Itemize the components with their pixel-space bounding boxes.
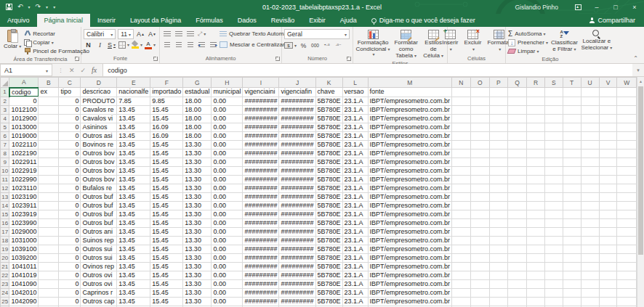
cell-U14[interactable]	[581, 201, 599, 210]
cell-R14[interactable]	[526, 201, 544, 210]
cell-S19[interactable]	[544, 245, 563, 253]
cell-Q13[interactable]	[508, 192, 527, 201]
cell-L7[interactable]: 23.1.A	[342, 140, 368, 149]
expand-formula-bar-icon[interactable]: ▾	[632, 64, 644, 76]
cell-W11[interactable]	[617, 175, 637, 184]
vertical-scrollbar[interactable]: ▲	[637, 77, 644, 307]
cell-C20[interactable]: 0	[59, 253, 81, 262]
cell-R1[interactable]	[526, 88, 544, 97]
cell-S22[interactable]	[544, 271, 563, 279]
cell-O6[interactable]	[470, 131, 489, 140]
cell-M23[interactable]: IBPT/empresometro.com.br	[368, 279, 452, 288]
row-header-21[interactable]: 21	[1, 262, 9, 271]
cell-L22[interactable]: 23.1.A	[342, 271, 368, 279]
tab-formulas[interactable]: Fórmulas	[188, 14, 230, 27]
cell-M11[interactable]: IBPT/empresometro.com.br	[368, 175, 452, 184]
cell-M15[interactable]: IBPT/empresometro.com.br	[368, 210, 452, 218]
cell-T10[interactable]	[563, 166, 581, 175]
cell-Q12[interactable]	[508, 184, 527, 192]
cell-L3[interactable]: 23.1.A	[342, 105, 368, 114]
cell-U15[interactable]	[581, 210, 599, 218]
cell-A24[interactable]: 1042010	[9, 288, 39, 297]
cell-B4[interactable]	[39, 114, 59, 123]
tab-ajuda[interactable]: Ajuda	[333, 14, 364, 27]
column-header-L[interactable]: L	[342, 78, 368, 88]
cell-K1[interactable]: chave	[315, 88, 342, 97]
underline-button[interactable]: S	[107, 40, 116, 49]
cell-W25[interactable]	[617, 297, 637, 306]
cell-L17[interactable]: 23.1.A	[342, 227, 368, 236]
cell-C18[interactable]: 0	[59, 236, 81, 245]
cell-C12[interactable]: 0	[59, 184, 81, 192]
cell-E16[interactable]: 13.45	[117, 218, 150, 227]
cell-G1[interactable]: estadual	[183, 88, 212, 97]
cell-R15[interactable]	[526, 210, 544, 218]
cell-S8[interactable]	[544, 149, 563, 157]
cell-G16[interactable]: 13.30	[183, 218, 212, 227]
cell-I25[interactable]: #########	[243, 297, 279, 306]
column-header-V[interactable]: V	[599, 78, 617, 88]
cell-I5[interactable]: #########	[243, 123, 279, 131]
cell-O11[interactable]	[470, 175, 489, 184]
cell-L19[interactable]: 23.1.A	[342, 245, 368, 253]
cell-P23[interactable]	[489, 279, 507, 288]
cell-V21[interactable]	[599, 262, 617, 271]
shrink-font-button[interactable]: A▼	[148, 29, 157, 38]
cell-J23[interactable]: #########	[279, 279, 315, 288]
cell-P12[interactable]	[489, 184, 507, 192]
cell-S3[interactable]	[544, 105, 563, 114]
undo-icon[interactable]: ↶	[17, 4, 23, 10]
cell-G3[interactable]: 18.00	[183, 105, 212, 114]
cell-P6[interactable]	[489, 131, 507, 140]
cell-R12[interactable]	[526, 184, 544, 192]
cell-L5[interactable]: 23.1.A	[342, 123, 368, 131]
cell-A8[interactable]: 1022190	[9, 149, 39, 157]
cell-M25[interactable]: IBPT/empresometro.com.br	[368, 297, 452, 306]
row-header-4[interactable]: 4	[1, 114, 9, 123]
cell-L20[interactable]: 23.1.A	[342, 253, 368, 262]
cell-J7[interactable]: #########	[279, 140, 315, 149]
cell-P20[interactable]	[489, 253, 507, 262]
cell-I11[interactable]: #########	[243, 175, 279, 184]
cell-K24[interactable]: 5B780E	[315, 288, 342, 297]
cell-Q25[interactable]	[508, 297, 527, 306]
row-header-12[interactable]: 12	[1, 184, 9, 192]
cell-P24[interactable]	[489, 288, 507, 297]
fill-color-button[interactable]	[132, 40, 142, 49]
align-bottom-button[interactable]	[185, 29, 195, 38]
cell-M24[interactable]: IBPT/empresometro.com.br	[368, 288, 452, 297]
cell-F3[interactable]: 15.45	[150, 105, 183, 114]
cell-G6[interactable]: 18.00	[183, 131, 212, 140]
cell-P4[interactable]	[489, 114, 507, 123]
cell-J13[interactable]: #########	[279, 192, 315, 201]
cell-K6[interactable]: 5B780E	[315, 131, 342, 140]
cell-Q5[interactable]	[508, 123, 527, 131]
cell-M7[interactable]: IBPT/empresometro.com.br	[368, 140, 452, 149]
cell-A6[interactable]: 1019000	[9, 131, 39, 140]
cell-Q6[interactable]	[508, 131, 527, 140]
cell-V4[interactable]	[599, 114, 617, 123]
cell-S23[interactable]	[544, 279, 563, 288]
cell-Q10[interactable]	[508, 166, 527, 175]
tab-arquivo[interactable]: Arquivo	[0, 14, 37, 27]
cell-K25[interactable]: 5B780E	[315, 297, 342, 306]
cell-H4[interactable]: 0.00	[212, 114, 243, 123]
cell-S15[interactable]	[544, 210, 563, 218]
cell-P5[interactable]	[489, 123, 507, 131]
cell-T11[interactable]	[563, 175, 581, 184]
cell-K5[interactable]: 5B780E	[315, 123, 342, 131]
cell-S14[interactable]	[544, 201, 563, 210]
cell-A17[interactable]: 1029000	[9, 227, 39, 236]
cell-B7[interactable]	[39, 140, 59, 149]
cell-B2[interactable]	[39, 97, 59, 105]
cell-E8[interactable]: 13.45	[117, 149, 150, 157]
cell-E12[interactable]: 13.45	[117, 184, 150, 192]
cell-H9[interactable]: 0.00	[212, 157, 243, 166]
grow-font-button[interactable]: A▲	[136, 29, 145, 38]
comma-style-button[interactable]: 000	[310, 41, 320, 50]
cell-R11[interactable]	[526, 175, 544, 184]
cell-R9[interactable]	[526, 157, 544, 166]
cell-O23[interactable]	[470, 279, 489, 288]
cell-O3[interactable]	[470, 105, 489, 114]
cell-W21[interactable]	[617, 262, 637, 271]
